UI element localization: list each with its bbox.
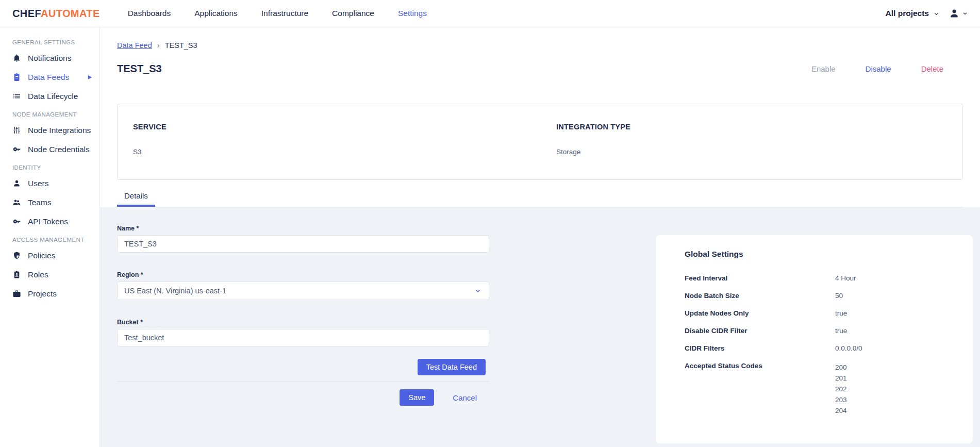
sidebar-item-node-credentials[interactable]: Node Credentials <box>0 140 99 159</box>
cancel-link[interactable]: Cancel <box>453 393 477 402</box>
breadcrumb: Data Feed › TEST_S3 <box>117 41 963 49</box>
top-navbar: CHEFAUTOMATE Dashboards Applications Inf… <box>0 0 980 27</box>
name-input[interactable] <box>117 235 489 253</box>
breadcrumb-current: TEST_S3 <box>165 41 197 49</box>
data-feed-form: Name * Region * US East (N. Virginia) us… <box>117 207 489 406</box>
sidebar-section-general-settings: GENERAL SETTINGS Notifications Data Feed… <box>0 34 99 106</box>
sidebar-item-node-integrations[interactable]: Node Integrations <box>0 121 99 140</box>
integration-type-value: Storage <box>556 148 947 156</box>
integration-type-column: INTEGRATION TYPE Storage <box>556 123 947 179</box>
user-icon <box>12 179 21 188</box>
setting-row-cidr-filters: CIDR Filters 0.0.0.0/0 <box>685 344 952 352</box>
chevron-down-icon <box>962 11 968 16</box>
projects-filter-label: All projects <box>886 9 929 18</box>
sidebar-item-notifications[interactable]: Notifications <box>0 48 99 68</box>
global-settings-card: Global Settings Feed Interval 4 Hour Nod… <box>656 235 973 443</box>
bucket-input[interactable] <box>117 329 489 346</box>
service-column: SERVICE S3 <box>133 123 556 179</box>
breadcrumb-data-feed-link[interactable]: Data Feed <box>117 41 152 49</box>
tabs-bar: Details <box>117 187 963 207</box>
tab-details[interactable]: Details <box>117 187 155 207</box>
sidebar-item-policies[interactable]: Policies <box>0 246 99 265</box>
sidebar-section-access-management: ACCESS MANAGEMENT Policies Roles Project… <box>0 231 99 303</box>
nav-dashboards[interactable]: Dashboards <box>128 9 171 18</box>
region-label: Region * <box>117 271 489 278</box>
sidebar-item-label: Notifications <box>28 54 71 63</box>
users-icon <box>12 198 21 207</box>
chevron-down-icon <box>934 11 939 16</box>
sidebar-item-label: Node Integrations <box>28 126 91 135</box>
region-select[interactable]: US East (N. Virginia) us-east-1 <box>117 282 489 300</box>
sidebar-heading-general-settings: GENERAL SETTINGS <box>0 34 99 48</box>
test-data-feed-button[interactable]: Test Data Feed <box>418 359 486 375</box>
global-settings-panel: Global Settings Feed Interval 4 Hour Nod… <box>656 235 973 447</box>
briefcase-icon <box>12 289 21 298</box>
setting-row-update-nodes-only: Update Nodes Only true <box>685 309 952 317</box>
clipboard-icon <box>12 73 21 81</box>
sidebar-item-label: Data Feeds <box>28 73 69 82</box>
sidebar-heading-node-management: NODE MANAGEMENT <box>0 106 99 121</box>
sidebar-item-users[interactable]: Users <box>0 174 99 193</box>
setting-row-feed-interval: Feed Interval 4 Hour <box>685 274 952 282</box>
sidebar-item-api-tokens[interactable]: API Tokens <box>0 212 99 231</box>
sidebar-item-label: Users <box>28 179 48 188</box>
key-icon <box>12 217 21 226</box>
bucket-label: Bucket * <box>117 319 489 326</box>
sidebar-item-label: Roles <box>28 270 48 279</box>
main-content: Data Feed › TEST_S3 TEST_S3 Enable Disab… <box>100 27 980 447</box>
name-field-group: Name * <box>117 225 489 253</box>
name-label: Name * <box>117 225 489 232</box>
sidebar-heading-access-management: ACCESS MANAGEMENT <box>0 231 99 246</box>
breadcrumb-separator: › <box>157 41 160 49</box>
delete-button[interactable]: Delete <box>921 64 943 73</box>
region-field-group: Region * US East (N. Virginia) us-east-1 <box>117 271 489 300</box>
form-divider <box>117 382 489 382</box>
sidebar-item-label: Policies <box>28 251 55 260</box>
service-value: S3 <box>133 148 556 156</box>
sidebar-heading-identity: IDENTITY <box>0 159 99 174</box>
sidebar-item-data-feeds[interactable]: Data Feeds <box>0 68 99 87</box>
nav-infrastructure[interactable]: Infrastructure <box>261 9 308 18</box>
nav-settings[interactable]: Settings <box>398 9 427 18</box>
service-header: SERVICE <box>133 123 556 131</box>
setting-row-node-batch-size: Node Batch Size 50 <box>685 292 952 300</box>
sidebar-item-label: Projects <box>28 289 57 299</box>
nav-compliance[interactable]: Compliance <box>332 9 374 18</box>
sidebar-item-label: Teams <box>28 198 52 207</box>
sidebar-item-projects[interactable]: Projects <box>0 284 99 303</box>
logo-chef: CHEF <box>12 8 41 19</box>
sidebar-item-label: API Tokens <box>28 217 68 226</box>
page-title: TEST_S3 <box>117 63 162 75</box>
projects-filter-dropdown[interactable]: All projects <box>886 9 939 18</box>
accepted-status-codes-list: 200 201 202 203 204 <box>835 362 952 416</box>
sidebar-item-roles[interactable]: Roles <box>0 265 99 284</box>
logo-automate: AUTOMATE <box>41 8 100 19</box>
shield-icon <box>12 251 21 260</box>
key-icon <box>12 145 21 154</box>
sidebar-item-label: Node Credentials <box>28 145 90 154</box>
sidebar-item-label: Data Lifecycle <box>28 92 78 101</box>
user-avatar-icon <box>949 8 960 19</box>
save-button[interactable]: Save <box>400 389 434 406</box>
sidebar-section-identity: IDENTITY Users Teams API Tokens <box>0 159 99 231</box>
feed-actions: Enable Disable Delete <box>811 64 963 73</box>
integration-type-header: INTEGRATION TYPE <box>556 123 947 131</box>
user-menu[interactable] <box>949 8 968 19</box>
disable-button[interactable]: Disable <box>866 64 891 73</box>
sliders-icon <box>12 126 21 135</box>
chevron-down-icon <box>475 288 481 294</box>
main-nav: Dashboards Applications Infrastructure C… <box>128 9 427 18</box>
sidebar-section-node-management: NODE MANAGEMENT Node Integrations Node C… <box>0 106 99 159</box>
list-icon <box>12 92 21 101</box>
id-badge-icon <box>12 270 21 279</box>
sidebar-item-data-lifecycle[interactable]: Data Lifecycle <box>0 87 99 106</box>
bell-icon <box>12 54 21 62</box>
bucket-field-group: Bucket * <box>117 319 489 346</box>
nav-applications[interactable]: Applications <box>194 9 238 18</box>
region-selected-value: US East (N. Virginia) us-east-1 <box>124 287 226 295</box>
sidebar-item-teams[interactable]: Teams <box>0 193 99 212</box>
navbar-right: All projects <box>886 8 968 19</box>
settings-sidebar: GENERAL SETTINGS Notifications Data Feed… <box>0 27 100 447</box>
setting-row-accepted-status-codes: Accepted Status Codes 200 201 202 203 20… <box>685 362 952 416</box>
enable-button[interactable]: Enable <box>811 64 836 73</box>
